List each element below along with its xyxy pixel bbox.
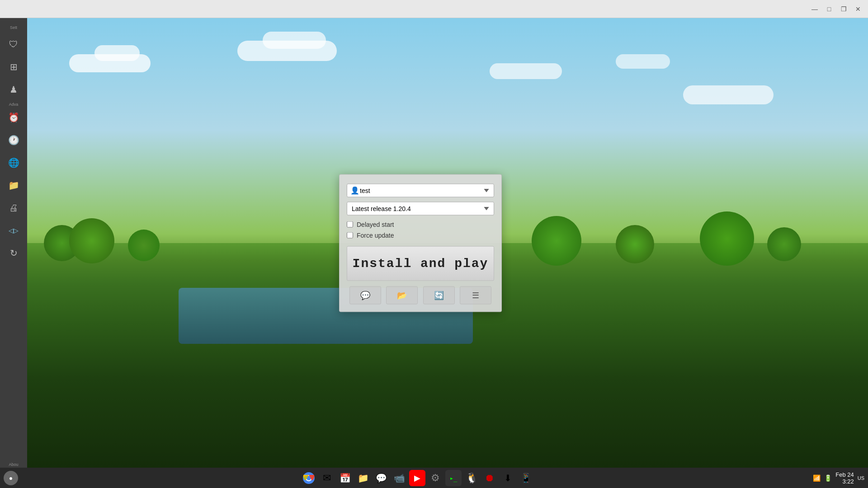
chat-taskbar-icon: 💬	[376, 473, 387, 483]
maximize-button[interactable]: □	[823, 4, 835, 14]
sidebar-item-person[interactable]: ♟	[4, 80, 24, 99]
main-area: 👤 test Player1 Player2 Latest release 1.…	[27, 18, 868, 468]
window-controls: — □ ❐ ✕	[808, 4, 864, 14]
files-icon: 📁	[358, 473, 369, 483]
delayed-start-checkbox[interactable]	[347, 221, 353, 227]
taskbar-app-meet[interactable]: 📹	[391, 470, 407, 486]
adva-label: Adva	[9, 102, 19, 107]
taskbar-app-settings[interactable]: ⚙	[427, 470, 443, 486]
force-update-label[interactable]: Force update	[347, 231, 494, 239]
close-button[interactable]: ✕	[852, 4, 864, 14]
cloud-5	[490, 63, 562, 79]
sidebar-item-grid[interactable]: ⊞	[4, 57, 24, 77]
sidebar-item-refresh[interactable]: ↻	[4, 243, 24, 263]
taskbar-app-terminal[interactable]: ▸_	[445, 470, 462, 486]
sidebar-item-print[interactable]: 🖨	[4, 198, 24, 218]
stop-icon: ⏺	[485, 472, 495, 484]
sidebar-item-folder[interactable]: 📁	[4, 175, 24, 195]
battery-icon: 🔋	[824, 474, 832, 482]
youtube-icon: ▶	[414, 473, 420, 483]
taskbar-app-calendar[interactable]: 📅	[337, 470, 353, 486]
tree-4	[532, 216, 581, 266]
taskbar-apps: ✉ 📅 📁 💬 📹 ▶ ⚙ ▸_ 🐧	[22, 470, 813, 486]
chat-button[interactable]: 💬	[349, 286, 381, 304]
tree-7	[767, 227, 801, 261]
delayed-start-text: Delayed start	[357, 221, 394, 228]
taskbar-app-stop[interactable]: ⏺	[481, 470, 498, 486]
menu-button[interactable]: ☰	[460, 286, 491, 304]
launcher-dot-icon: ●	[9, 474, 13, 482]
cloud-6	[616, 54, 670, 69]
settings-label: Sett	[10, 25, 17, 30]
minecraft-background: 👤 test Player1 Player2 Latest release 1.…	[27, 18, 868, 468]
update-button[interactable]: 🔄	[423, 286, 455, 304]
taskbar-app-gmail[interactable]: ✉	[319, 470, 335, 486]
taskbar-right: 📶 🔋 Feb 24 3:22 US	[813, 471, 864, 485]
sidebar-item-globe2[interactable]: 🌐	[4, 153, 24, 173]
chrome-icon	[302, 472, 315, 484]
folder-button[interactable]: 📂	[386, 286, 418, 304]
version-select[interactable]: Latest release 1.20.4 Latest snapshot 1.…	[347, 202, 494, 215]
taskbar-launcher[interactable]: ●	[4, 471, 18, 485]
tree-6	[700, 211, 754, 266]
update-icon: 🔄	[434, 290, 444, 300]
calendar-icon: 📅	[340, 473, 351, 483]
taskbar-app-linux[interactable]: 🐧	[463, 470, 480, 486]
tree-5	[616, 225, 654, 263]
clock-date: Feb 24	[835, 471, 854, 478]
cloud-4	[263, 32, 326, 49]
tree-3	[128, 230, 160, 261]
region-label: US	[858, 475, 864, 481]
sidebar-item-clock[interactable]: ⏰	[4, 108, 24, 127]
taskbar-app-youtube[interactable]: ▶	[409, 470, 425, 486]
force-update-checkbox[interactable]	[347, 232, 353, 238]
sidebar-item-code[interactable]: ◁▷	[4, 221, 24, 240]
taskbar-app-chat[interactable]: 💬	[373, 470, 389, 486]
sidebar-item-shield[interactable]: 🛡	[4, 34, 24, 54]
wifi-icon: 📶	[813, 474, 821, 482]
cloud-2	[94, 45, 140, 61]
menu-icon: ☰	[472, 290, 479, 300]
terminal-icon: ▸_	[450, 474, 458, 482]
sidebar-item-globe[interactable]: 🕐	[4, 130, 24, 150]
launcher-panel: 👤 test Player1 Player2 Latest release 1.…	[339, 174, 502, 312]
taskbar-app-chrome[interactable]	[301, 470, 317, 486]
cloud-7	[683, 85, 774, 104]
sidebar-nav: Sett 🛡 ⊞ ♟ Adva ⏰ 🕐 🌐 📁 🖨 ◁▷ ↻ Abou	[0, 18, 27, 468]
user-select-wrapper: 👤 test Player1 Player2	[347, 183, 494, 197]
install-play-button[interactable]: Install and play	[347, 246, 494, 281]
user-select[interactable]: test Player1 Player2	[347, 183, 494, 197]
force-update-text: Force update	[357, 231, 394, 239]
gmail-icon: ✉	[323, 472, 331, 484]
folder-icon: 📂	[397, 290, 407, 300]
taskbar: ● ✉ 📅 📁 💬	[0, 468, 868, 488]
minimize-button[interactable]: —	[808, 4, 821, 14]
taskbar-app-download[interactable]: ⬇	[500, 470, 516, 486]
extra-button[interactable]: ❐	[837, 4, 850, 14]
meet-icon: 📹	[394, 473, 405, 483]
sidebar: Sett 🛡 ⊞ ♟ Adva ⏰ 🕐 🌐 📁 🖨 ◁▷ ↻ Abou	[0, 18, 27, 468]
bottom-icons-row: 💬 📂 🔄 ☰	[347, 286, 494, 304]
taskbar-app-files[interactable]: 📁	[355, 470, 371, 486]
penguin-icon: 🐧	[466, 472, 478, 484]
taskbar-app-phone[interactable]: 📱	[518, 470, 534, 486]
about-label: Abou	[9, 462, 18, 467]
phone-icon: 📱	[520, 473, 532, 483]
settings-icon: ⚙	[431, 472, 440, 484]
tree-2	[69, 218, 114, 263]
taskbar-clock: Feb 24 3:22	[835, 471, 854, 485]
clock-time: 3:22	[835, 478, 854, 485]
download-icon: ⬇	[504, 473, 512, 483]
delayed-start-label[interactable]: Delayed start	[347, 221, 494, 228]
chat-icon: 💬	[360, 290, 370, 300]
window-chrome: — □ ❐ ✕	[0, 0, 868, 18]
checkbox-group: Delayed start Force update	[347, 221, 494, 239]
